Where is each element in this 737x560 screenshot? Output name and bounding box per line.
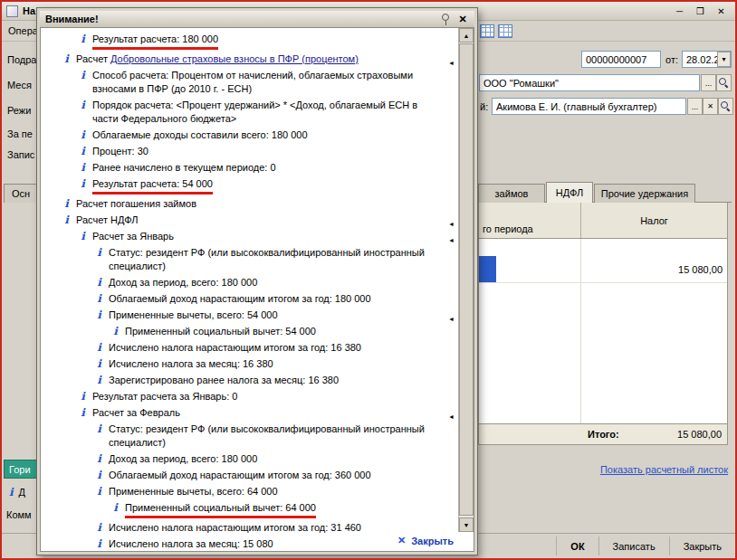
tree-item[interactable]: iПримененные вычеты, всего: 54 000◄: [43, 308, 456, 322]
tree-item[interactable]: iРасчет Добровольные страховые взносы в …: [43, 52, 456, 66]
scrollbar-thumb[interactable]: [459, 43, 474, 516]
scroll-up-button[interactable]: ▲: [459, 28, 474, 43]
tree-item[interactable]: iДоход за период, всего: 180 000: [43, 276, 456, 289]
tree-item[interactable]: iРасчет НДФЛ◄: [43, 214, 456, 227]
tree-item-text: Примененный социальный вычет: 64 000: [125, 501, 316, 518]
responsible-clear-button[interactable]: ✕: [703, 98, 718, 115]
dialog-titlebar[interactable]: Внимание! ✕: [40, 11, 474, 27]
clear-icon: ✕: [707, 102, 713, 110]
tree-item[interactable]: iОблагаемые доходы составили всего: 180 …: [43, 128, 456, 142]
info-icon: i: [77, 178, 89, 189]
maximize-button[interactable]: ❒: [692, 4, 709, 18]
tree-item[interactable]: iПримененный социальный вычет: 64 000: [43, 501, 456, 518]
ok-button-label: ОК: [570, 541, 584, 552]
tree-item[interactable]: iРезультат расчета: 54 000: [43, 177, 456, 195]
info-icon: i: [93, 277, 105, 288]
responsible-field[interactable]: Акимова Е. И. (главный бухгалтер): [492, 98, 686, 115]
column-header-tax: Налог: [581, 203, 727, 238]
info-icon: i: [77, 391, 89, 402]
info-icon: i: [61, 198, 72, 209]
collapse-marker-icon[interactable]: ◄: [448, 312, 455, 326]
tree-item[interactable]: iОблагаемый доход нарастающим итогом за …: [43, 469, 456, 482]
write-button[interactable]: Записать: [599, 534, 669, 558]
vertical-scrollbar[interactable]: ▲ ▼: [458, 28, 474, 532]
collapse-marker-icon[interactable]: ◄: [448, 217, 455, 231]
tree-item[interactable]: iСпособ расчета: Процентом от начислений…: [43, 69, 456, 96]
info-icon: i: [93, 247, 105, 258]
selected-cell[interactable]: [479, 256, 496, 282]
dialog-close-link[interactable]: ✕ Закрыть: [388, 535, 454, 546]
tree-item[interactable]: iРасчет за Февраль◄: [43, 406, 456, 420]
show-payslip-link[interactable]: Показать расчетный листок: [581, 464, 728, 475]
ok-button[interactable]: ОК: [557, 534, 598, 558]
close-button[interactable]: ✕: [713, 4, 730, 18]
table-body[interactable]: 15 080,00: [478, 239, 728, 423]
tab-loans[interactable]: займов: [478, 184, 545, 203]
doc-number-field[interactable]: 00000000007: [581, 51, 661, 68]
comment-label: Комм: [6, 509, 32, 520]
doc-number-value: 00000000007: [586, 54, 646, 65]
tree-item-text: Облагаемый доход нарастающим итогом за г…: [109, 292, 371, 306]
tree-item[interactable]: iРасчет за Январь◄: [43, 230, 456, 243]
date-dropdown-button[interactable]: ▾: [717, 52, 731, 67]
horizontal-button[interactable]: Гори: [4, 460, 41, 479]
collapse-marker-icon[interactable]: ◄: [448, 56, 455, 70]
window-controls: ─ ❒ ✕: [671, 4, 730, 18]
tree-item-text: Расчет Добровольные страховые взносы в П…: [76, 52, 359, 66]
menu-item-operations[interactable]: Опера: [8, 25, 38, 36]
info-icon: i: [77, 407, 89, 418]
scroll-down-button[interactable]: ▼: [459, 517, 474, 532]
tab-label: Осн: [12, 188, 30, 199]
responsible-choose-button[interactable]: ...: [687, 98, 703, 115]
tab-other-deductions[interactable]: Прочие удержания: [594, 184, 695, 203]
dialog-close-link-label: Закрыть: [411, 536, 454, 546]
tree-item[interactable]: iСтатус: резидент РФ (или высококвалифиц…: [43, 422, 456, 450]
tree-item[interactable]: iРанее начислено в текущем периоде: 0: [43, 161, 456, 175]
tree-item-text: Исчислено налога за месяц: 16 380: [109, 357, 273, 371]
table-total-row: Итого: 15 080,00: [478, 423, 728, 445]
responsible-find-button[interactable]: [718, 98, 733, 115]
info-icon: i: [77, 33, 89, 44]
tree-item-text: Способ расчета: Процентом от начислений,…: [92, 69, 444, 96]
tree-item[interactable]: iПорядок расчета: <Процент удержаний> * …: [43, 99, 456, 126]
label-month: Меся: [7, 80, 32, 90]
tab-main-accruals[interactable]: Осн: [4, 184, 40, 203]
info-icon: i: [61, 53, 72, 64]
tree-item[interactable]: iПримененные вычеты, всего: 64 000: [43, 485, 456, 498]
tree-item[interactable]: iДоход за период, всего: 180 000: [43, 452, 456, 466]
tree-item[interactable]: iОблагаемый доход нарастающим итогом за …: [43, 292, 456, 306]
dialog-close-button[interactable]: ✕: [456, 14, 469, 25]
tree-item[interactable]: iРасчет погашения займов: [43, 197, 456, 211]
tree-item[interactable]: iРезультат расчета за Январь: 0: [43, 390, 456, 403]
tree-item-link[interactable]: Добровольные страховые взносы в ПФР (про…: [110, 53, 359, 64]
organization-choose-button[interactable]: ...: [701, 74, 716, 91]
minimize-button[interactable]: ─: [671, 4, 688, 18]
collapse-marker-icon[interactable]: ◄: [448, 410, 455, 423]
tree-item[interactable]: iИсчислено налога за месяц: 16 380: [43, 357, 456, 371]
pin-icon[interactable]: [440, 14, 450, 25]
info-row-text: Д: [19, 487, 25, 498]
tree-item[interactable]: iПримененный социальный вычет: 54 000: [43, 325, 456, 338]
info-icon: i: [93, 470, 105, 480]
tree-item-text: Доход за период, всего: 180 000: [109, 452, 257, 466]
collapse-marker-icon[interactable]: ◄: [448, 233, 455, 247]
info-icon: i: [93, 342, 105, 353]
tab-ndfl[interactable]: НДФЛ: [546, 182, 593, 203]
tree-item-text: Ранее начислено в текущем периоде: 0: [92, 161, 276, 175]
tree-item[interactable]: iРезультат расчета: 180 000: [43, 33, 456, 50]
close-form-button[interactable]: Закрыть: [670, 534, 735, 558]
tree-item[interactable]: iПроцент: 30: [43, 145, 456, 158]
column-header-period: го периода: [483, 223, 533, 234]
table-grid-icon[interactable]: [498, 24, 512, 38]
tree-item[interactable]: iИсчислено налога нарастающим итогом за …: [43, 341, 456, 355]
toolbar: [480, 24, 512, 38]
tree-item[interactable]: iЗарегистрировано ранее налога за месяц:…: [43, 374, 456, 387]
tree-item[interactable]: iИсчислено налога нарастающим итогом за …: [43, 521, 456, 535]
organization-find-button[interactable]: [716, 74, 732, 91]
info-icon: i: [77, 231, 89, 242]
tax-cell-value: 15 080,00: [581, 264, 723, 275]
organization-field[interactable]: ООО "Ромашки": [479, 74, 700, 91]
tree-item[interactable]: iСтатус: резидент РФ (или высококвалифиц…: [43, 246, 456, 273]
table-grid-icon[interactable]: [480, 24, 494, 38]
tree-item-text: Доход за период, всего: 180 000: [109, 276, 257, 289]
